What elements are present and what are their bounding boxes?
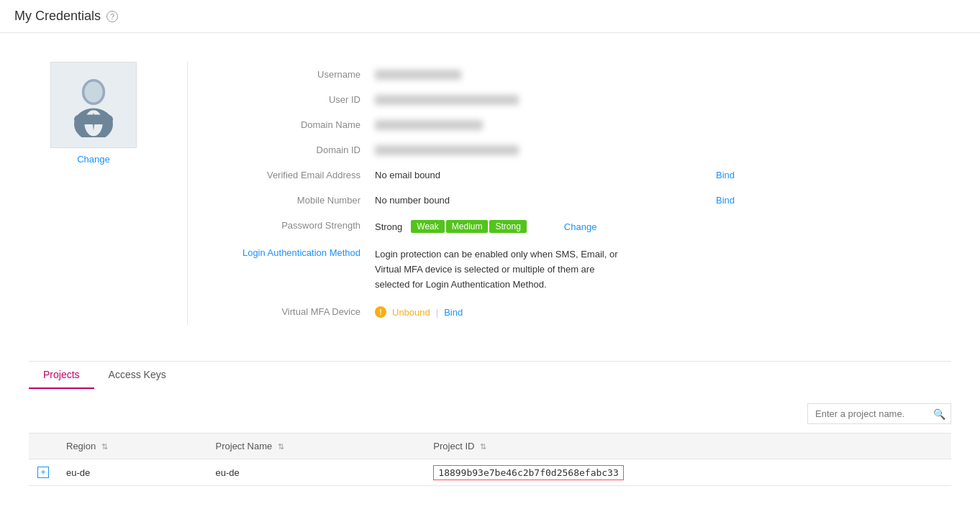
change-avatar-link[interactable]: Change bbox=[77, 154, 110, 165]
email-status: No email bound bbox=[375, 170, 440, 180]
userid-label: User ID bbox=[217, 87, 375, 112]
col-header-project-id[interactable]: Project ID ⇅ bbox=[425, 434, 951, 459]
tabs-section: Projects Access Keys bbox=[29, 361, 951, 389]
domain-name-value bbox=[375, 112, 951, 137]
page-header: My Credentials ? bbox=[0, 0, 980, 33]
table-row: + eu-de eu-de 18899b93e7be46c2b7f0d2568e… bbox=[29, 459, 951, 486]
avatar-box bbox=[50, 62, 137, 148]
row-expand-icon[interactable]: + bbox=[37, 467, 49, 478]
page-title: My Credentials bbox=[14, 9, 101, 24]
row-project-id: 18899b93e7be46c2b7f0d2568efabc33 bbox=[425, 459, 951, 486]
mfa-value: ! Unbound | Bind bbox=[375, 299, 951, 325]
search-input-wrap: 🔍 bbox=[807, 403, 951, 424]
domain-name-label: Domain Name bbox=[217, 112, 375, 137]
mobile-bind-link[interactable]: Bind bbox=[716, 195, 735, 206]
col-header-select bbox=[29, 434, 58, 459]
table-section: 🔍 Region ⇅ Project Name ⇅ Project ID ⇅ bbox=[29, 389, 951, 486]
avatar-area: Change bbox=[29, 62, 158, 325]
svg-point-1 bbox=[84, 82, 102, 103]
login-auth-text: Login protection can be enabled only whe… bbox=[375, 247, 627, 292]
badge-strong: Strong bbox=[489, 220, 526, 233]
row-region: eu-de bbox=[58, 459, 207, 486]
email-label: Verified Email Address bbox=[217, 162, 375, 188]
table-toolbar: 🔍 bbox=[29, 403, 951, 424]
badge-weak: Weak bbox=[411, 220, 444, 233]
login-auth-value: Login protection can be enabled only whe… bbox=[375, 240, 951, 299]
mfa-unbound-link[interactable]: Unbound bbox=[392, 307, 430, 318]
username-blurred bbox=[375, 70, 461, 80]
password-change-link[interactable]: Change bbox=[564, 221, 597, 232]
svg-rect-5 bbox=[74, 115, 113, 125]
col-header-project-name[interactable]: Project Name ⇅ bbox=[207, 434, 425, 459]
tab-access-keys[interactable]: Access Keys bbox=[94, 362, 181, 389]
mfa-pipe: | bbox=[436, 307, 438, 318]
domain-id-label: Domain ID bbox=[217, 137, 375, 162]
mobile-value: No number bound Bind bbox=[375, 188, 735, 213]
email-bind-link[interactable]: Bind bbox=[716, 170, 735, 180]
row-expand-cell: + bbox=[29, 459, 58, 486]
search-icon: 🔍 bbox=[933, 408, 945, 420]
username-label: Username bbox=[217, 62, 375, 87]
mfa-label: Virtual MFA Device bbox=[217, 299, 375, 325]
row-project-name: eu-de bbox=[207, 459, 425, 486]
profile-section: Change Username User ID Domain Name Doma… bbox=[29, 47, 951, 354]
domain-id-value bbox=[375, 137, 951, 162]
col-header-region[interactable]: Region ⇅ bbox=[58, 434, 207, 459]
mfa-section: ! Unbound | Bind bbox=[375, 306, 463, 318]
project-search-input[interactable] bbox=[807, 403, 951, 424]
warning-icon: ! bbox=[375, 306, 386, 318]
help-icon[interactable]: ? bbox=[106, 11, 118, 22]
password-strength-value: Strong Weak Medium Strong Change bbox=[375, 213, 951, 240]
username-value bbox=[375, 62, 951, 87]
project-id-sort-icon: ⇅ bbox=[480, 442, 486, 451]
avatar-image bbox=[61, 73, 126, 137]
region-sort-icon: ⇅ bbox=[101, 442, 108, 451]
login-auth-label: Login Authentication Method bbox=[217, 240, 375, 299]
table-header-row: Region ⇅ Project Name ⇅ Project ID ⇅ bbox=[29, 434, 951, 459]
project-name-sort-icon: ⇅ bbox=[278, 442, 284, 451]
vertical-divider bbox=[187, 62, 188, 325]
badge-medium: Medium bbox=[446, 220, 489, 233]
domain-id-blurred bbox=[375, 145, 519, 155]
mfa-bind-link[interactable]: Bind bbox=[444, 307, 463, 318]
userid-value bbox=[375, 87, 951, 112]
projects-table: Region ⇅ Project Name ⇅ Project ID ⇅ + e… bbox=[29, 433, 951, 486]
project-id-value: 18899b93e7be46c2b7f0d2568efabc33 bbox=[433, 465, 623, 480]
main-content: Change Username User ID Domain Name Doma… bbox=[0, 33, 980, 500]
mobile-label: Mobile Number bbox=[217, 188, 375, 213]
password-strength-label: Password Strength bbox=[217, 213, 375, 240]
email-value: No email bound Bind bbox=[375, 162, 735, 188]
password-strength-text: Strong bbox=[375, 221, 402, 232]
domain-name-blurred bbox=[375, 120, 483, 130]
userid-blurred bbox=[375, 95, 519, 105]
strength-badges: Weak Medium Strong bbox=[411, 220, 527, 233]
tab-projects[interactable]: Projects bbox=[29, 362, 94, 389]
mobile-status: No number bound bbox=[375, 195, 450, 206]
info-grid: Username User ID Domain Name Domain ID V… bbox=[217, 62, 951, 325]
tabs-bar: Projects Access Keys bbox=[29, 362, 951, 389]
